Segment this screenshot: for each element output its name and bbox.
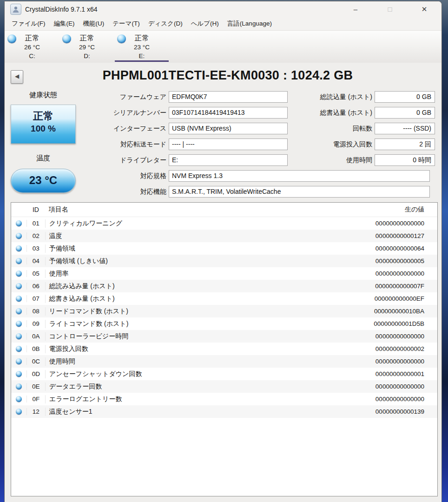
info-field-value: NVM Express 1.3 bbox=[169, 170, 430, 182]
attribute-id: 12 bbox=[26, 408, 45, 415]
attribute-status-orb-icon bbox=[16, 396, 22, 402]
attribute-name: 総書き込み量 (ホスト) bbox=[45, 295, 336, 303]
attribute-id: 06 bbox=[26, 283, 45, 290]
smart-attribute-row[interactable]: 04 予備領域 (しきい値) 00000000000005 bbox=[11, 255, 437, 267]
smart-attribute-row[interactable]: 08 リードコマンド数 (ホスト) 000000000010BA bbox=[11, 305, 437, 317]
attribute-raw-value: 00000000000139 bbox=[336, 408, 437, 415]
drive-tab[interactable]: 正常 26 °C C: bbox=[5, 31, 59, 63]
smart-attribute-row[interactable]: 03 予備領域 00000000000064 bbox=[11, 242, 437, 255]
attribute-raw-value: 00000000000000 bbox=[336, 270, 437, 277]
attribute-name: 温度 bbox=[45, 232, 336, 240]
attribute-id: 0F bbox=[26, 396, 45, 403]
drive-tab-temperature: 26 °C bbox=[5, 43, 59, 52]
attribute-name: コントローラービジー時間 bbox=[45, 332, 336, 341]
info-field-row: 対応規格 NVM Express 1.3 bbox=[5, 170, 430, 182]
smart-attribute-row[interactable]: 02 温度 00000000000127 bbox=[11, 230, 437, 242]
menu-item[interactable]: 編集(E) bbox=[50, 18, 79, 29]
window-title: CrystalDiskInfo 9.7.1 x64 bbox=[25, 6, 349, 13]
attribute-name: 予備領域 (しきい値) bbox=[45, 257, 336, 265]
drive-tab-temperature: 29 °C bbox=[59, 43, 114, 52]
smart-attribute-row[interactable]: 06 総読み込み量 (ホスト) 0000000000007F bbox=[11, 280, 437, 292]
menu-item[interactable]: ディスク(D) bbox=[144, 18, 187, 29]
attribute-name: 使用率 bbox=[45, 270, 336, 278]
attribute-raw-value: 00000000001D5B bbox=[336, 320, 437, 327]
attribute-id: 0A bbox=[26, 333, 45, 340]
attribute-raw-value: 00000000000000 bbox=[336, 396, 437, 403]
info-field-label: インターフェース bbox=[5, 125, 166, 133]
info-field-value: S.M.A.R.T., TRIM, VolatileWriteCache bbox=[169, 186, 430, 198]
drive-status-orb-icon bbox=[7, 34, 16, 43]
stat-field-value: 0 GB bbox=[375, 107, 435, 119]
smart-attribute-row[interactable]: 05 使用率 00000000000000 bbox=[11, 267, 437, 280]
smart-attribute-row[interactable]: 07 総書き込み量 (ホスト) 000000000000EF bbox=[11, 292, 437, 305]
drive-tab-strip: 正常 26 °C C: 正常 29 °C D: 正常 23 °C E: bbox=[5, 30, 441, 64]
attribute-name: リードコマンド数 (ホスト) bbox=[45, 307, 336, 316]
stat-field-value: 0 GB bbox=[375, 91, 435, 103]
drive-status-orb-icon bbox=[117, 34, 126, 43]
attribute-status-orb-icon bbox=[16, 245, 22, 251]
stat-field-row: 電源投入回数 2 回 bbox=[302, 139, 435, 150]
smart-table-body: 01 クリティカルワーニング 00000000000000 02 温度 0000… bbox=[11, 217, 437, 418]
attribute-raw-value: 00000000000000 bbox=[336, 220, 437, 227]
smart-attribute-row[interactable]: 01 クリティカルワーニング 00000000000000 bbox=[11, 217, 437, 230]
smart-attribute-row[interactable]: 0D アンセーフシャットダウン回数 00000000000001 bbox=[11, 368, 437, 380]
attribute-raw-value: 00000000000127 bbox=[336, 232, 437, 239]
attribute-id: 05 bbox=[26, 270, 45, 277]
stat-field-row: 総書込量 (ホスト) 0 GB bbox=[302, 107, 435, 119]
attribute-status-orb-icon bbox=[16, 296, 22, 302]
attribute-id: 0C bbox=[26, 358, 45, 365]
back-arrow-button[interactable]: ◀ bbox=[11, 70, 23, 84]
info-field-value: E: bbox=[169, 154, 288, 166]
info-field-label: 対応機能 bbox=[5, 188, 166, 196]
attribute-name: ライトコマンド数 (ホスト) bbox=[45, 320, 336, 328]
stat-field-value: ---- (SSD) bbox=[375, 123, 435, 134]
info-field-value: EDFMQ0K7 bbox=[169, 91, 288, 103]
attribute-status-orb-icon bbox=[16, 371, 22, 377]
drive-tab[interactable]: 正常 29 °C D: bbox=[59, 31, 114, 63]
stat-field-row: 使用時間 0 時間 bbox=[302, 154, 435, 166]
stat-field-row: 総読込量 (ホスト) 0 GB bbox=[302, 91, 435, 103]
menu-item[interactable]: ヘルプ(H) bbox=[187, 18, 223, 29]
info-field-label: ファームウェア bbox=[5, 93, 166, 101]
smart-attributes-table: ID 項目名 生の値 01 クリティカルワーニング 00000000000000… bbox=[11, 202, 438, 496]
stat-field-label: 総読込量 (ホスト) bbox=[302, 93, 372, 101]
app-logo-icon bbox=[10, 4, 21, 15]
attribute-raw-value: 000000000010BA bbox=[336, 308, 437, 315]
title-bar: CrystalDiskInfo 9.7.1 x64 – □ ✕ bbox=[5, 1, 441, 17]
header-name: 項目名 bbox=[45, 205, 336, 214]
attribute-id: 09 bbox=[26, 320, 45, 327]
attribute-status-orb-icon bbox=[16, 258, 22, 264]
drive-tab[interactable]: 正常 23 °C E: bbox=[114, 31, 169, 63]
smart-attribute-row[interactable]: 0F エラーログエントリー数 00000000000000 bbox=[11, 393, 437, 405]
menu-item[interactable]: テーマ(T) bbox=[108, 18, 144, 29]
stat-field-value: 0 時間 bbox=[375, 154, 435, 166]
smart-attribute-row[interactable]: 12 温度センサー1 00000000000139 bbox=[11, 405, 437, 418]
menu-item[interactable]: 言語(Language) bbox=[223, 18, 276, 29]
attribute-name: エラーログエントリー数 bbox=[45, 395, 336, 403]
menu-item[interactable]: ファイル(F) bbox=[7, 18, 50, 29]
attribute-name: クリティカルワーニング bbox=[45, 219, 336, 228]
smart-attribute-row[interactable]: 0C 使用時間 00000000000000 bbox=[11, 355, 437, 368]
stat-field-label: 電源投入回数 bbox=[302, 140, 372, 149]
info-field-value: ---- | ---- bbox=[169, 139, 288, 150]
attribute-status-orb-icon bbox=[16, 409, 22, 415]
info-field-label: 対応転送モード bbox=[5, 140, 166, 149]
attribute-raw-value: 00000000000001 bbox=[336, 370, 437, 377]
attribute-raw-value: 00000000000000 bbox=[336, 358, 437, 365]
info-field-label: シリアルナンバー bbox=[5, 109, 166, 117]
attribute-name: 温度センサー1 bbox=[45, 408, 336, 416]
info-field-value: USB (NVM Express) bbox=[169, 123, 288, 134]
attribute-name: 予備領域 bbox=[45, 244, 336, 253]
minimize-button[interactable]: – bbox=[349, 2, 362, 16]
smart-attribute-row[interactable]: 0E データエラー回数 00000000000000 bbox=[11, 380, 437, 393]
smart-attribute-row[interactable]: 0A コントローラービジー時間 00000000000000 bbox=[11, 330, 437, 343]
attribute-status-orb-icon bbox=[16, 346, 22, 352]
smart-attribute-row[interactable]: 0B 電源投入回数 00000000000002 bbox=[11, 343, 437, 355]
attribute-raw-value: 00000000000000 bbox=[336, 383, 437, 390]
attribute-name: 使用時間 bbox=[45, 357, 336, 366]
info-field-row: 対応機能 S.M.A.R.T., TRIM, VolatileWriteCach… bbox=[5, 186, 430, 198]
smart-attribute-row[interactable]: 09 ライトコマンド数 (ホスト) 00000000001D5B bbox=[11, 317, 437, 330]
menu-item[interactable]: 機能(U) bbox=[79, 18, 109, 29]
maximize-button[interactable]: □ bbox=[383, 2, 397, 16]
close-button[interactable]: ✕ bbox=[417, 2, 431, 16]
